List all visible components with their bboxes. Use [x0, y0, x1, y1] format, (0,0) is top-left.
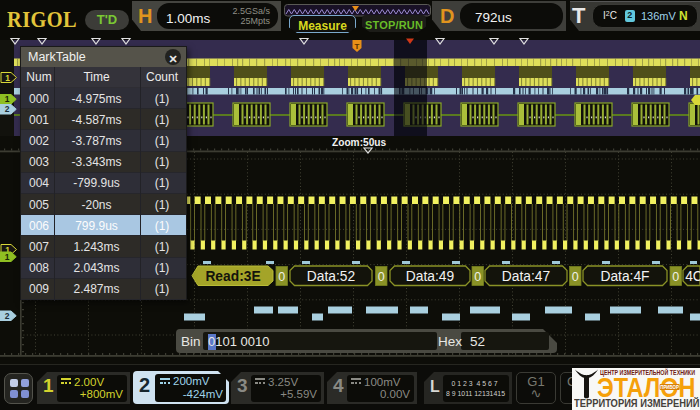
- svg-text:Zoom:50us: Zoom:50us: [332, 136, 386, 149]
- svg-text:2: 2: [5, 311, 10, 321]
- svg-text:Data:47: Data:47: [502, 269, 550, 284]
- svg-text:0: 0: [572, 270, 579, 284]
- svg-text:Data:52: Data:52: [307, 269, 355, 284]
- svg-text:4C: 4C: [685, 269, 700, 284]
- svg-text:0: 0: [672, 270, 679, 284]
- svg-text:Data:4F: Data:4F: [600, 269, 649, 284]
- svg-text:0: 0: [474, 270, 481, 284]
- svg-text:0: 0: [378, 270, 385, 284]
- svg-text:0: 0: [278, 270, 285, 284]
- svg-text:Data:49: Data:49: [406, 269, 455, 284]
- svg-text:Read:3E: Read:3E: [205, 269, 260, 284]
- svg-text:1: 1: [5, 252, 10, 262]
